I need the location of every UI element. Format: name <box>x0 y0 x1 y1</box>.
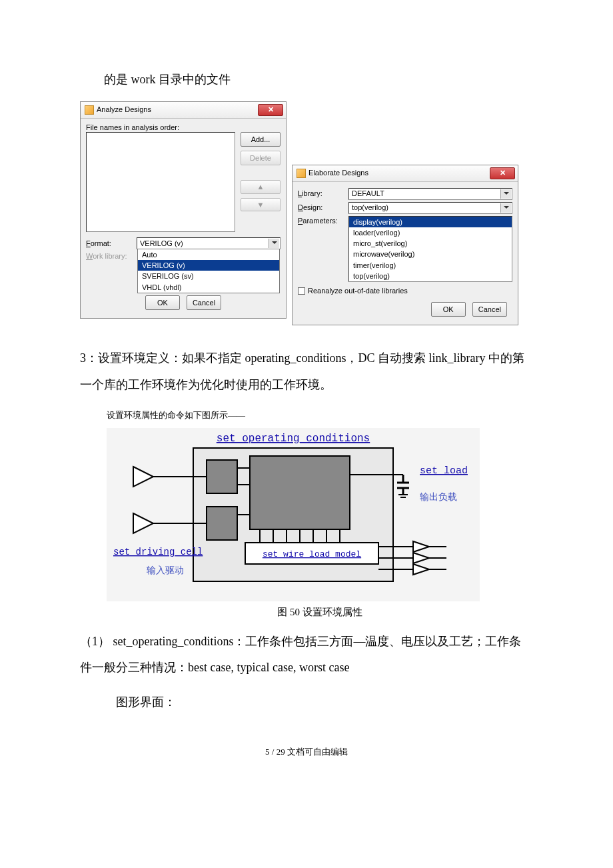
params-option[interactable]: top(verilog) <box>349 271 512 281</box>
cancel-button[interactable]: Cancel <box>187 295 221 310</box>
move-down-button[interactable]: ▼ <box>241 198 281 211</box>
design-value: top(verilog) <box>352 203 388 212</box>
paragraph-5: 图形界面： <box>116 689 533 716</box>
library-select[interactable]: DEFAULT <box>348 188 512 200</box>
ok-button[interactable]: OK <box>431 302 466 317</box>
analyze-dialog: Analyze Designs ✕ File names in analysis… <box>80 101 287 319</box>
format-option[interactable]: VHDL (vhdl) <box>138 282 279 293</box>
page-footer: 5 / 29 文档可自由编辑 <box>80 743 533 762</box>
diagram-intro: 设置环境属性的命令如下图所示—— <box>107 406 533 425</box>
diag-driving-label: set_driving_cell <box>113 547 203 557</box>
analyze-file-list[interactable] <box>86 132 235 232</box>
diag-top-label: set_operating_conditions <box>217 433 370 445</box>
diag-inner-label: set_wire_load_model <box>263 549 361 559</box>
library-value: DEFAULT <box>352 189 384 198</box>
analyze-titlebar: Analyze Designs ✕ <box>81 102 286 119</box>
paragraph-4: （1） set_operating_conditions：工作条件包括三方面—温… <box>80 629 533 681</box>
elaborate-dialog: Elaborate Designs ✕ Library: DEFAULT Des… <box>292 165 518 325</box>
close-icon[interactable]: ✕ <box>490 167 515 179</box>
params-option[interactable]: timer(verilog) <box>349 260 512 271</box>
add-button[interactable]: Add... <box>241 132 281 147</box>
format-dropdown-list[interactable]: Auto VERILOG (v) SVERILOG (sv) VHDL (vhd… <box>137 249 280 293</box>
design-label: Design: <box>298 203 348 212</box>
params-option[interactable]: display(verilog) <box>349 217 512 227</box>
design-select[interactable]: top(verilog) <box>348 202 512 214</box>
format-label: Format: <box>86 239 137 248</box>
chevron-down-icon[interactable] <box>500 203 511 213</box>
intro-line: 的是 work 目录中的文件 <box>80 67 533 93</box>
close-icon[interactable]: ✕ <box>258 104 283 116</box>
elaborate-titlebar: Elaborate Designs ✕ <box>293 165 518 182</box>
params-option[interactable]: microwave(verilog) <box>349 249 512 259</box>
paragraph-3: 3：设置环境定义：如果不指定 operating_conditions，DC 自… <box>80 345 533 398</box>
app-icon <box>297 169 306 178</box>
params-option[interactable]: loader(verilog) <box>349 227 512 238</box>
svg-rect-4 <box>250 456 350 529</box>
app-icon <box>85 105 94 115</box>
env-diagram: set_operating_conditions set_wire_load_m… <box>107 428 533 623</box>
diag-setload-cn: 输出负载 <box>420 492 457 502</box>
analyze-title: Analyze Designs <box>97 105 151 114</box>
chevron-down-icon[interactable] <box>500 189 511 199</box>
format-value: VERILOG (v) <box>140 239 183 248</box>
params-list[interactable]: display(verilog) loader(verilog) micro_s… <box>348 216 512 283</box>
diag-setload-label: set_load <box>420 465 468 477</box>
delete-button[interactable]: Delete <box>241 151 281 165</box>
ok-button[interactable]: OK <box>145 295 180 310</box>
svg-rect-2 <box>207 460 237 493</box>
format-option[interactable]: SVERILOG (sv) <box>138 271 279 281</box>
diagram-caption: 图 50 设置环境属性 <box>107 601 533 623</box>
library-label: Library: <box>298 189 348 198</box>
params-label: Parameters: <box>298 216 348 225</box>
diag-driving-cn: 输入驱动 <box>147 565 184 575</box>
reanalyze-checkbox[interactable] <box>298 287 305 295</box>
worklib-label: Work library: <box>86 251 137 261</box>
format-option[interactable]: Auto <box>138 249 279 260</box>
chevron-down-icon[interactable] <box>269 239 279 248</box>
analyze-list-header: File names in analysis order: <box>86 123 281 132</box>
cancel-button[interactable]: Cancel <box>472 302 507 317</box>
format-select[interactable]: VERILOG (v) Auto VERILOG (v) SVERILOG (s… <box>137 237 281 249</box>
params-option[interactable]: micro_st(verilog) <box>349 238 512 249</box>
move-up-button[interactable]: ▲ <box>241 180 281 193</box>
format-option[interactable]: VERILOG (v) <box>138 260 279 271</box>
reanalyze-label: Reanalyze out-of-date libraries <box>308 286 408 295</box>
elaborate-title: Elaborate Designs <box>308 168 368 177</box>
svg-rect-3 <box>207 507 237 540</box>
screenshots-row: Analyze Designs ✕ File names in analysis… <box>80 101 533 325</box>
